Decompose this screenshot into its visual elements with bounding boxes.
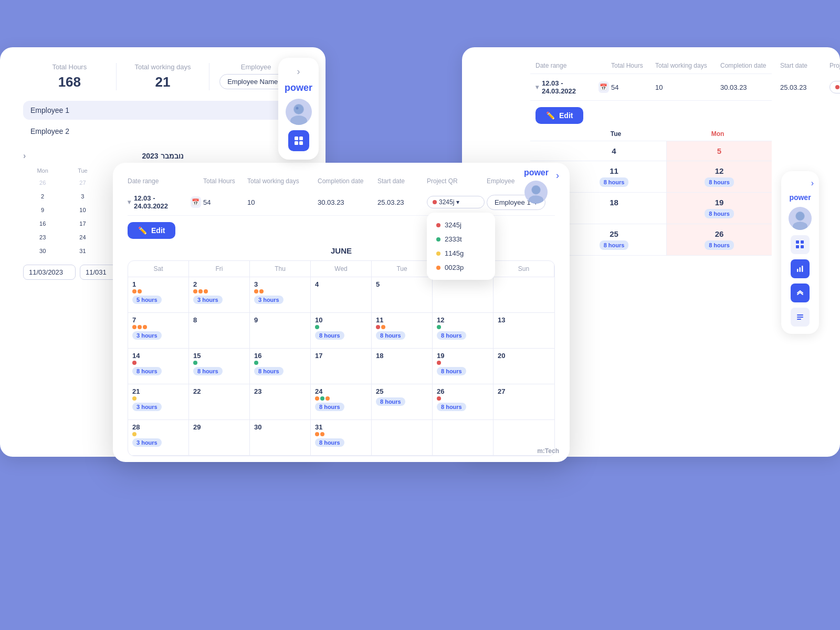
june-cell-9[interactable]: 9: [250, 313, 311, 349]
june-cell-19[interactable]: 19 8 hours: [433, 349, 494, 384]
june-cell-12[interactable]: 12 8 hours: [433, 313, 494, 349]
cal-day[interactable]: 16: [36, 217, 49, 230]
june-hours-31: 8 hours: [315, 438, 344, 447]
june-cell-15[interactable]: 15 8 hours: [189, 349, 250, 384]
june-cell-7[interactable]: 7 3 hours: [128, 313, 189, 349]
june-cell-11[interactable]: 11 8 hours: [372, 313, 433, 349]
june-cell-2[interactable]: 2 3 hours: [189, 277, 250, 313]
working-days-label: Total working days: [117, 63, 209, 71]
june-date-25: 25: [376, 387, 428, 395]
june-cell-30[interactable]: 30: [250, 420, 311, 456]
cal-day[interactable]: 27: [76, 176, 89, 189]
sidebar-icon-2[interactable]: [791, 259, 810, 278]
expand-icon[interactable]: ›: [297, 66, 300, 77]
june-cell-31[interactable]: 31 8 hours: [311, 420, 372, 456]
cal-day[interactable]: 2: [36, 190, 49, 203]
modal-edit-button[interactable]: ✏️ Edit: [128, 222, 175, 239]
june-dots-28: [132, 432, 184, 436]
edit-button-top[interactable]: ✏️ Edit: [536, 107, 583, 124]
modal-nav-arrow[interactable]: ›: [556, 170, 559, 181]
stats-row: Total Hours 168 Total working days 21 Em…: [23, 63, 302, 90]
cal-day[interactable]: 30: [36, 245, 49, 257]
modal-date-range-header: Date range: [128, 177, 201, 185]
cal-day[interactable]: 31: [76, 245, 89, 257]
cal-day[interactable]: 24: [76, 231, 89, 244]
project-option-2333t[interactable]: 2333t: [434, 232, 488, 246]
june-cell-25[interactable]: 25 8 hours: [372, 384, 433, 420]
grid-icon-btn[interactable]: [288, 130, 309, 151]
sidebar-icon-4[interactable]: [791, 308, 810, 327]
dot-1145g: [436, 251, 440, 256]
modal-working-days-header: Total working days: [247, 177, 316, 185]
june-cell-23[interactable]: 23: [250, 384, 311, 420]
total-hours-value: 168: [23, 74, 116, 90]
june-date-22: 22: [193, 387, 245, 395]
june-cell-29[interactable]: 29: [189, 420, 250, 456]
june-cell-28[interactable]: 28 3 hours: [128, 420, 189, 456]
cal-day[interactable]: 10: [76, 204, 89, 216]
cal-day[interactable]: 23: [36, 231, 49, 244]
nav-arrow-right[interactable]: ›: [811, 178, 814, 188]
june-cell-16[interactable]: 16 8 hours: [250, 349, 311, 384]
june-cell-26[interactable]: 26 8 hours: [433, 384, 494, 420]
employee-item-2[interactable]: Employee 2: [23, 122, 302, 141]
cal-day[interactable]: 9: [36, 204, 49, 216]
avatar-left: [286, 99, 312, 125]
june-cell-5[interactable]: 5: [372, 277, 433, 313]
june-cell-4[interactable]: 4: [311, 277, 372, 313]
june-cell-24[interactable]: 24 8 hours: [311, 384, 372, 420]
june-cell-8[interactable]: 8: [189, 313, 250, 349]
employee-2-name: Employee 2: [30, 127, 69, 135]
project-badge-btn[interactable]: 3245j ▾: [830, 81, 840, 93]
june-cell-17[interactable]: 17: [311, 349, 372, 384]
week-num-header: [533, 130, 565, 138]
june-date-19: 19: [437, 352, 489, 360]
week0-tue: 4: [562, 141, 667, 161]
june-cell-13[interactable]: 13: [494, 313, 554, 349]
june-hours-19: 8 hours: [437, 367, 466, 375]
june-cell-1[interactable]: 1 5 hours: [128, 277, 189, 313]
dot: [315, 396, 319, 401]
project-option-1145g[interactable]: 1145g: [434, 246, 488, 260]
cal-day[interactable]: 26: [36, 176, 49, 189]
cal-day[interactable]: 17: [76, 217, 89, 230]
modal-start-date-header: Start date: [377, 177, 425, 185]
june-cell-18[interactable]: 18: [372, 349, 433, 384]
june-hours-26: 8 hours: [437, 403, 466, 411]
june-grid: Sat Fri Thu Wed Tue Mon Sun 1 5 hours 2: [128, 260, 555, 456]
june-hours-11: 8 hours: [376, 331, 405, 340]
svg-rect-5: [299, 136, 303, 140]
modal-project-badge[interactable]: 3245j ▾: [427, 196, 485, 208]
col-sat: Sat: [128, 261, 189, 277]
project-label-3245j: 3245j: [445, 221, 461, 229]
june-cell-27[interactable]: 27: [494, 384, 554, 420]
june-cell-22[interactable]: 22: [189, 384, 250, 420]
sidebar-icon-3[interactable]: [791, 284, 810, 302]
modal-cal-icon[interactable]: 📅: [191, 196, 201, 208]
june-date-16: 16: [254, 352, 306, 360]
cal-day[interactable]: 3: [76, 190, 89, 203]
june-cell-10[interactable]: 10 8 hours: [311, 313, 372, 349]
sidebar-icon-1[interactable]: [791, 235, 810, 254]
project-label-2333t: 2333t: [445, 235, 462, 243]
dot: [193, 361, 197, 365]
june-cell-21[interactable]: 21 3 hours: [128, 384, 189, 420]
june-hours-24: 8 hours: [315, 403, 344, 411]
hours-badge-25: 8 hours: [600, 240, 629, 250]
start-date-input[interactable]: [23, 265, 76, 280]
top-table-data-row: ▾ 12.03 - 24.03.2022 📅 54 10 30.03.23 25…: [530, 74, 772, 101]
modal-total-hours-header: Total Hours: [203, 177, 245, 185]
employee-item-1[interactable]: Employee 1: [23, 101, 302, 120]
completion-date-val: 30.03.23: [720, 83, 778, 91]
june-dots-14: [132, 361, 184, 365]
june-date-10: 10: [315, 316, 367, 324]
working-days-val: 10: [655, 83, 718, 91]
cal-prev-arrow[interactable]: ‹: [23, 151, 26, 161]
june-cell-3[interactable]: 3 3 hours: [250, 277, 311, 313]
june-cell-20[interactable]: 20: [494, 349, 554, 384]
project-option-0023p[interactable]: 0023p: [434, 260, 488, 275]
june-cell-14[interactable]: 14 8 hours: [128, 349, 189, 384]
june-dots-12: [437, 325, 489, 329]
calendar-icon[interactable]: 📅: [598, 81, 609, 93]
project-option-3245j[interactable]: 3245j: [434, 218, 488, 232]
